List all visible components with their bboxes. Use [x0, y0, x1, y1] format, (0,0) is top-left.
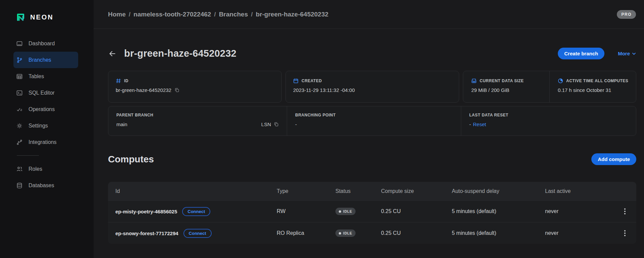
brand-name: NEON: [30, 13, 54, 21]
sidebar-item-settings[interactable]: Settings: [13, 117, 78, 134]
integrations-icon: [16, 139, 23, 146]
top-bar: Home / nameless-tooth-27022462 / Branche…: [94, 0, 644, 29]
sidebar-item-operations[interactable]: Operations: [13, 101, 78, 117]
branching-point-value: -: [295, 121, 453, 127]
sidebar-item-label: Branches: [29, 57, 51, 63]
sidebar-item-sql-editor[interactable]: SQL Editor: [13, 85, 78, 101]
sidebar-item-label: Integrations: [29, 139, 57, 145]
branching-point-section: BRANCHING POINT -: [287, 106, 461, 136]
copy-icon[interactable]: [274, 122, 279, 127]
breadcrumb-project[interactable]: nameless-tooth-27022462: [133, 11, 211, 18]
column-header-auto-suspend-delay: Auto-suspend delay: [452, 188, 545, 194]
status-text: IDLE: [343, 231, 352, 235]
sidebar-menu: Dashboard Branches Tables SQL Editor Ope…: [0, 35, 94, 194]
create-branch-button[interactable]: Create branch: [558, 48, 604, 59]
branch-details-card: PARENT BRANCH main LSN BRANCHING POINT -…: [108, 106, 636, 136]
sidebar: NEON Dashboard Branches Tables SQL Edito…: [0, 0, 94, 258]
info-cards-row: ID br-green-haze-64520232 CREATED 2023-1…: [108, 71, 636, 103]
breadcrumb: Home / nameless-tooth-27022462 / Branche…: [108, 11, 328, 18]
sidebar-item-label: SQL Editor: [29, 90, 55, 96]
hash-icon: [116, 78, 121, 84]
sidebar-item-label: Operations: [29, 106, 55, 112]
active-time-label: ACTIVE TIME ALL COMPUTES: [566, 79, 628, 83]
id-label: ID: [124, 79, 128, 83]
connect-button[interactable]: Connect: [182, 207, 210, 216]
sidebar-item-dashboard[interactable]: Dashboard: [13, 35, 78, 52]
sql-editor-icon: [16, 90, 23, 96]
compute-type: RW: [277, 208, 335, 214]
auto-suspend-delay: 5 minutes (default): [452, 208, 545, 214]
computes-title: Computes: [108, 154, 154, 165]
neon-logo-icon: [15, 12, 26, 22]
endpoint-id: ep-snowy-forest-77172294: [115, 230, 178, 236]
endpoint-id: ep-misty-poetry-46856025: [115, 209, 177, 214]
plan-badge: PRO: [617, 10, 636, 19]
branching-point-label: BRANCHING POINT: [295, 113, 453, 117]
column-header-type: Type: [277, 188, 335, 194]
operations-icon: [16, 106, 23, 113]
auto-suspend-delay: 5 minutes (default): [452, 230, 545, 236]
more-button-label: More: [618, 51, 630, 56]
breadcrumb-separator: /: [214, 11, 216, 18]
page-title: br-green-haze-64520232: [124, 48, 236, 59]
breadcrumb-separator: /: [251, 11, 253, 18]
column-header-status: Status: [335, 188, 381, 194]
compute-type: RO Replica: [277, 230, 335, 236]
breadcrumb-separator: /: [129, 11, 130, 18]
breadcrumb-current-branch: br-green-haze-64520232: [256, 11, 329, 18]
dashboard-icon: [16, 40, 23, 47]
active-time-icon: [558, 78, 563, 84]
page-content: br-green-haze-64520232 Create branch Mor…: [94, 29, 644, 258]
sidebar-divider: [17, 155, 39, 156]
last-data-reset-value: -: [469, 121, 471, 127]
sidebar-item-branches[interactable]: Branches: [13, 52, 78, 68]
branches-icon: [16, 57, 23, 63]
column-header-last-active: Last active: [545, 188, 612, 194]
status-text: IDLE: [343, 209, 352, 213]
sidebar-item-integrations[interactable]: Integrations: [13, 134, 78, 150]
copy-icon[interactable]: [174, 88, 179, 93]
kebab-menu-icon[interactable]: [623, 207, 627, 216]
sidebar-item-tables[interactable]: Tables: [13, 68, 78, 85]
data-size-label: CURRENT DATA SIZE: [480, 79, 524, 83]
status-badge: IDLE: [335, 229, 356, 237]
data-size-section: CURRENT DATA SIZE 29 MiB / 200 GiB: [463, 71, 549, 102]
connect-button[interactable]: Connect: [183, 229, 212, 238]
more-button[interactable]: More: [618, 51, 636, 56]
created-label: CREATED: [302, 79, 322, 83]
breadcrumb-home[interactable]: Home: [108, 11, 126, 18]
active-time-section: ACTIVE TIME ALL COMPUTES 0.17 h since Oc…: [549, 71, 636, 102]
sidebar-item-label: Dashboard: [29, 41, 55, 47]
parent-branch-section: PARENT BRANCH main LSN: [108, 106, 287, 136]
id-card: ID br-green-haze-64520232: [108, 71, 282, 103]
back-arrow-icon[interactable]: [108, 49, 117, 58]
gear-icon: [16, 122, 23, 129]
id-card-label-row: ID: [116, 78, 274, 84]
created-card-label-row: CREATED: [293, 78, 451, 84]
column-header-compute-size: Compute size: [381, 188, 452, 194]
last-active: never: [545, 208, 612, 214]
branch-id-value: br-green-haze-64520232: [116, 87, 171, 93]
compute-size: 0.25 CU: [381, 208, 452, 214]
status-dot-icon: [339, 232, 341, 235]
sidebar-item-databases[interactable]: Databases: [13, 177, 78, 194]
brand-logo[interactable]: NEON: [0, 0, 94, 22]
kebab-menu-icon[interactable]: [623, 229, 627, 238]
sidebar-item-label: Databases: [29, 183, 54, 189]
title-row: br-green-haze-64520232 Create branch Mor…: [108, 48, 636, 59]
reset-link[interactable]: Reset: [473, 121, 486, 127]
lsn-label: LSN: [261, 121, 271, 127]
created-card: CREATED 2023-11-29 13:11:32 -04:00: [285, 71, 459, 103]
table-header-row: Id Type Status Compute size Auto-suspend…: [108, 182, 636, 200]
column-header-id: Id: [108, 188, 277, 194]
data-size-value: 29 MiB / 200 GiB: [471, 87, 546, 93]
compute-size: 0.25 CU: [381, 230, 452, 236]
table-row: ep-misty-poetry-46856025 Connect RW IDLE…: [108, 200, 636, 222]
sidebar-item-roles[interactable]: Roles: [13, 161, 78, 177]
breadcrumb-branches[interactable]: Branches: [219, 11, 248, 18]
computes-table: Id Type Status Compute size Auto-suspend…: [108, 182, 636, 244]
sidebar-item-label: Tables: [29, 73, 44, 80]
sidebar-item-label: Roles: [29, 166, 42, 172]
last-active: never: [545, 230, 612, 236]
add-compute-button[interactable]: Add compute: [591, 153, 636, 165]
